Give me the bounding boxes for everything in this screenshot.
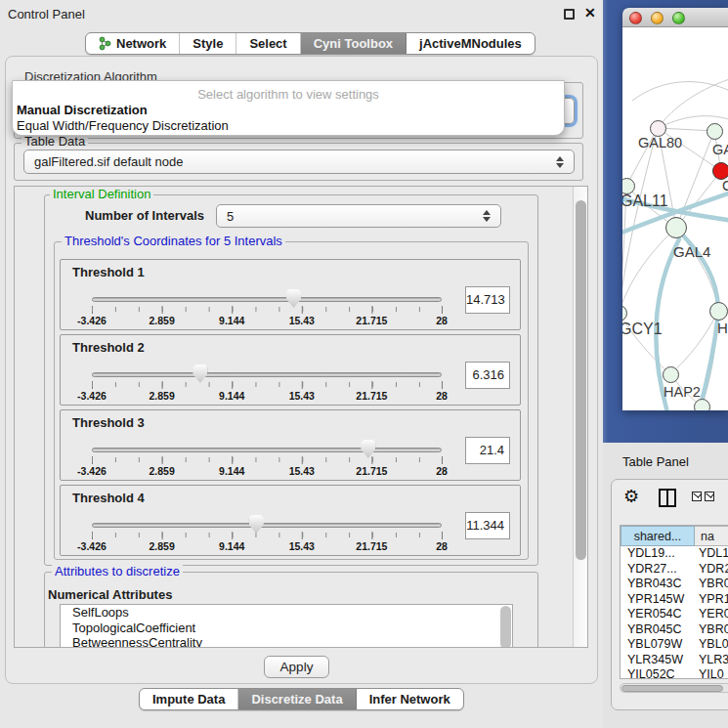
scrollpane-scrollbar[interactable] [573,187,587,647]
tick-label: -3.426 [77,465,107,477]
table-row[interactable]: YBL079W YBL0 [621,637,728,653]
scrollbar-thumb[interactable] [576,200,586,560]
threshold-value-field[interactable]: 6.316 [465,362,510,389]
list-item[interactable]: BetweennessCentrality [61,635,512,648]
algorithm-dropdown-popup: Select algorithm to view settings Manual… [12,80,565,136]
gear-icon[interactable]: ⚙ [623,488,639,505]
network-window-titlebar[interactable] [622,8,728,27]
threshold-label: Threshold 1 [72,265,145,279]
threshold-label: Threshold 2 [72,340,145,355]
network-canvas[interactable]: GAL80 GA C GAL11 GAL4 GCY1 H HAP2 [622,27,728,410]
table-data-combobox[interactable]: galFiltered.sif default node [23,150,575,174]
slider-ticks [92,306,443,314]
tab-label: Discretize Data [251,692,342,707]
table-row[interactable]: YBR043C YBR0 [621,577,728,592]
cell-name: YIL0 [695,667,728,679]
float-window-icon[interactable] [564,9,575,20]
node-gal11[interactable] [622,178,635,194]
scrollbar-thumb[interactable] [621,685,723,692]
slider-track[interactable] [92,523,442,528]
node-hap2[interactable] [663,366,679,383]
cell-shared-name: YER054C [621,607,695,622]
table-row[interactable]: YBR045C YBR0 [621,622,728,638]
cell-name: YDR2 [695,562,728,578]
zoom-traffic-light-icon[interactable] [672,12,685,24]
cell-name: YBR0 [695,577,728,592]
slider-ticks [92,456,443,464]
node-partial-top-right[interactable] [707,123,723,140]
dropdown-option-manual[interactable]: Manual Discretization [17,103,148,117]
numerical-attributes-label: Numerical Attributes [48,587,172,602]
slider-tick-labels: -3.426 2.859 9.144 15.43 21.715 28 [92,540,442,552]
cell-name: YPR1 [695,592,728,608]
table-row[interactable]: YDR27... YDR2 [621,562,728,578]
threshold-value-field[interactable]: 11.344 [465,512,510,539]
node-partial-bottom[interactable] [694,399,710,411]
tab-select[interactable]: Select [236,33,300,54]
slider-tick-labels: -3.426 2.859 9.144 15.43 21.715 28 [92,390,442,402]
attributes-group-title: Attributes to discretize [52,565,183,578]
tick-label: 21.715 [356,390,387,402]
list-item[interactable]: TopologicalCoefficient [61,621,512,636]
close-icon[interactable]: ✕ [584,5,596,21]
table-row[interactable]: YER054C YER0 [621,607,728,622]
tab-jactivemnodules[interactable]: jActiveMNodules [407,33,535,54]
apply-button[interactable]: Apply [264,656,329,678]
panel-title: Control Panel [8,7,85,21]
slider-tick-labels: -3.426 2.859 9.144 15.43 21.715 28 [92,315,442,326]
tick-label: -3.426 [77,540,107,552]
slider-track[interactable] [92,372,442,377]
close-traffic-light-icon[interactable] [629,12,642,24]
tab-infer-network[interactable]: Infer Network [357,689,463,709]
column-header-shared-name[interactable]: shared... [621,526,695,546]
checkbox-columns-icon[interactable] [692,492,714,501]
dropdown-option-equal-width[interactable]: Equal Width/Frequency Discretization [17,118,229,133]
list-scrollbar[interactable] [500,606,511,648]
tab-label: jActiveMNodules [419,36,522,51]
node-gal4[interactable] [665,217,687,238]
thresholds-stack: -3.426 2.859 9.144 15.43 21.715 28 Thres… [60,259,521,556]
slider-track[interactable] [92,297,442,302]
threshold-value-field[interactable]: 14.713 [465,286,510,314]
table-row[interactable]: YLR345W YLR3 [621,653,728,668]
node-h[interactable] [709,302,728,321]
cell-shared-name: YPR145W [621,592,695,608]
table-panel-area: Table Panel ⚙ shared... na YDL19... YDL1… [603,443,728,728]
cell-name: YDL1 [695,546,728,562]
tick-label: 28 [436,390,448,402]
cell-shared-name: YBL079W [621,637,695,653]
checkbox-icon [692,492,702,501]
cell-name: YLR3 [695,653,728,668]
node-gal80[interactable] [650,120,666,137]
tick-label: 9.144 [219,540,244,552]
table-row[interactable]: YPR145W YPR1 [621,592,728,608]
node-table: shared... na YDL19... YDL1 YDR27... YDR2… [620,525,728,679]
cell-shared-name: YBR045C [621,622,695,638]
columns-icon[interactable] [659,489,676,507]
threshold-value-field[interactable]: 21.4 [465,437,510,464]
table-row[interactable]: YIL052C YIL0 [621,667,728,679]
slider-ticks [92,381,443,389]
combo-value: 5 [217,209,479,224]
number-of-intervals-label: Number of Intervals [85,208,204,223]
tab-style[interactable]: Style [180,33,236,54]
attributes-list[interactable]: SelfLoops TopologicalCoefficient Between… [60,604,513,648]
tick-label: 28 [436,315,448,326]
table-row[interactable]: YDL19... YDL1 [621,546,728,562]
table-horizontal-scrollbar[interactable] [620,683,728,693]
tab-discretize-data[interactable]: Discretize Data [238,689,356,709]
table-panel: ⚙ shared... na YDL19... YDL1 YDR27... YD… [611,479,728,710]
tab-cyni-toolbox[interactable]: Cyni Toolbox [301,33,407,54]
cell-shared-name: YIL052C [621,667,695,679]
slider-track[interactable] [92,448,442,452]
minimize-traffic-light-icon[interactable] [651,12,664,24]
bottom-tab-bar: Impute Data Discretize Data Infer Networ… [139,688,464,710]
node-label-gcy1: GCY1 [622,321,663,338]
screen: Control Panel ✕ Network Style Sel [0,0,728,728]
list-item[interactable]: SelfLoops [61,605,512,621]
tab-impute-data[interactable]: Impute Data [140,689,238,709]
number-of-intervals-combobox[interactable]: 5 [216,204,501,228]
threshold-panel: -3.426 2.859 9.144 15.43 21.715 28 Thres… [60,259,521,330]
column-header-name[interactable]: na [695,526,728,546]
tab-network[interactable]: Network [86,33,180,54]
